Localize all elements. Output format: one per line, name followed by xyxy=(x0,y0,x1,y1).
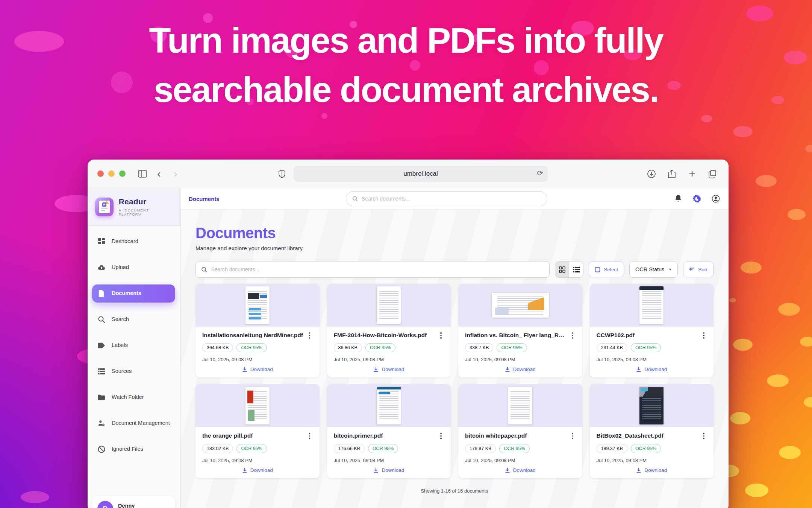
document-title: BitBox02_Datasheet.pdf xyxy=(597,432,664,439)
dashboard-icon xyxy=(97,237,106,246)
breadcrumb[interactable]: Documents xyxy=(189,196,220,202)
documents-search-input[interactable] xyxy=(211,266,544,272)
downloads-icon[interactable] xyxy=(645,167,658,180)
global-search-input[interactable] xyxy=(362,196,541,202)
user-profile-icon[interactable] xyxy=(711,194,720,203)
document-date: Jul 10, 2025, 09:08 PM xyxy=(334,458,444,463)
download-icon xyxy=(373,367,379,372)
browser-toolbar: ‹ › umbrel.local ⟳ xyxy=(88,160,729,188)
sidebar: R Readur AI DOCUMENT PLATFORM Dashboard … xyxy=(88,188,180,508)
ocr-status-badge: OCR 95% xyxy=(368,444,398,453)
document-card[interactable]: FMF-2014-How-Bitcoin-Works.pdf 86.86 KB … xyxy=(327,284,451,377)
document-title: the orange pill.pdf xyxy=(202,432,253,439)
file-size-badge: 364.68 KB xyxy=(202,343,233,352)
ban-icon xyxy=(97,445,106,453)
search-icon xyxy=(201,266,208,273)
document-title: Inflation vs. Bitcoin_ Flyer lang_RGB.pd… xyxy=(465,332,567,339)
minimize-window-button[interactable] xyxy=(108,170,115,177)
brand-header: R Readur AI DOCUMENT PLATFORM xyxy=(88,188,180,226)
tab-overview-icon[interactable] xyxy=(706,167,719,180)
sidebar-item-labels[interactable]: Labels xyxy=(92,336,175,354)
document-card[interactable]: Installationsanleitung NerdMiner.pdf 364… xyxy=(195,284,320,377)
view-toggle xyxy=(555,261,583,278)
browser-window: ‹ › umbrel.local ⟳ xyxy=(88,160,729,508)
file-size-badge: 86.86 KB xyxy=(334,343,362,352)
forward-button[interactable]: › xyxy=(169,167,182,180)
sidebar-item-upload[interactable]: Upload xyxy=(92,259,175,277)
sidebar-item-label: Labels xyxy=(112,342,128,349)
more-options-button[interactable] xyxy=(570,332,576,339)
document-card[interactable]: BitBox02_Datasheet.pdf 189.37 KB OCR 95%… xyxy=(590,384,714,478)
global-search[interactable] xyxy=(346,191,547,206)
download-button[interactable]: Download xyxy=(202,467,313,473)
more-options-button[interactable] xyxy=(307,332,313,339)
sidebar-item-search[interactable]: Search xyxy=(92,310,175,329)
more-options-button[interactable] xyxy=(701,332,707,339)
documents-page: Documents Manage and explore your docume… xyxy=(180,210,729,508)
more-options-button[interactable] xyxy=(438,432,444,439)
ocr-status-dropdown[interactable]: OCR Status ▼ xyxy=(629,261,678,278)
sidebar-item-dashboard[interactable]: Dashboard xyxy=(92,233,175,251)
sidebar-item-label: Upload xyxy=(112,264,129,271)
sidebar-item-label: Ignored Files xyxy=(112,446,143,453)
search-icon xyxy=(352,196,358,202)
download-button[interactable]: Download xyxy=(334,367,444,372)
document-card[interactable]: Inflation vs. Bitcoin_ Flyer lang_RGB.pd… xyxy=(458,284,582,377)
sort-button[interactable]: Sort xyxy=(683,262,714,277)
documents-search[interactable] xyxy=(195,261,550,278)
share-icon[interactable] xyxy=(665,167,678,180)
download-button[interactable]: Download xyxy=(465,367,576,372)
select-button[interactable]: Select xyxy=(589,262,624,277)
new-tab-button[interactable]: + xyxy=(686,167,698,180)
document-thumbnail xyxy=(327,384,451,427)
ocr-status-badge: OCR 95% xyxy=(236,343,267,352)
document-date: Jul 10, 2025, 09:08 PM xyxy=(597,458,707,463)
upload-icon xyxy=(97,263,106,272)
ocr-status-badge: OCR 95% xyxy=(631,444,661,453)
list-view-button[interactable] xyxy=(569,262,583,277)
sidebar-item-documents[interactable]: Documents xyxy=(92,284,175,303)
sidebar-item-label: Dashboard xyxy=(112,238,138,245)
sidebar-item-ignored-files[interactable]: Ignored Files xyxy=(92,440,175,458)
notifications-bell-icon[interactable] xyxy=(674,194,683,203)
brand-tagline: AI DOCUMENT PLATFORM xyxy=(119,208,172,216)
file-size-badge: 231.44 KB xyxy=(597,343,627,352)
document-thumbnail xyxy=(327,284,451,327)
close-window-button[interactable] xyxy=(97,170,104,177)
sidebar-item-document-management[interactable]: Document Management xyxy=(92,414,175,432)
reload-icon[interactable]: ⟳ xyxy=(537,169,543,178)
document-date: Jul 10, 2025, 09:08 PM xyxy=(465,458,576,463)
sidebar-toggle-icon[interactable] xyxy=(136,167,149,180)
document-thumbnail xyxy=(590,284,714,327)
more-options-button[interactable] xyxy=(701,432,707,439)
ocr-status-badge: OCR 95% xyxy=(365,343,395,352)
privacy-shield-icon[interactable] xyxy=(276,167,288,180)
document-card[interactable]: CCWP102.pdf 231.44 KB OCR 95% Jul 10, 20… xyxy=(590,284,714,377)
document-title: CCWP102.pdf xyxy=(597,332,635,339)
page-subtitle: Manage and explore your document library xyxy=(195,245,714,251)
theme-toggle-icon[interactable] xyxy=(692,194,701,203)
document-card[interactable]: bitcoin whitepaper.pdf 179.97 KB OCR 95%… xyxy=(458,384,582,478)
more-options-button[interactable] xyxy=(438,332,444,339)
sidebar-nav: Dashboard Upload Documents Search Labels… xyxy=(88,226,180,496)
sidebar-item-sources[interactable]: Sources xyxy=(92,362,175,380)
download-button[interactable]: Download xyxy=(597,367,707,372)
sort-icon xyxy=(689,267,695,272)
sources-icon xyxy=(97,367,106,376)
zoom-window-button[interactable] xyxy=(119,170,126,177)
download-button[interactable]: Download xyxy=(334,467,444,473)
label-icon xyxy=(97,341,106,350)
download-button[interactable]: Download xyxy=(465,467,576,473)
results-count: Showing 1-16 of 16 documents xyxy=(195,488,714,494)
download-button[interactable]: Download xyxy=(597,467,707,473)
document-card[interactable]: the orange pill.pdf 183.02 KB OCR 95% Ju… xyxy=(195,384,320,478)
download-button[interactable]: Download xyxy=(202,367,313,372)
user-card[interactable]: D Denny admin@readur.com xyxy=(92,496,175,508)
more-options-button[interactable] xyxy=(570,432,576,439)
grid-view-button[interactable] xyxy=(555,262,569,277)
document-card[interactable]: bitcoin.primer.pdf 176.66 KB OCR 95% Jul… xyxy=(327,384,451,478)
address-bar[interactable]: umbrel.local ⟳ xyxy=(294,166,548,182)
sidebar-item-watch-folder[interactable]: Watch Folder xyxy=(92,388,175,406)
back-button[interactable]: ‹ xyxy=(153,167,165,180)
more-options-button[interactable] xyxy=(307,432,313,439)
